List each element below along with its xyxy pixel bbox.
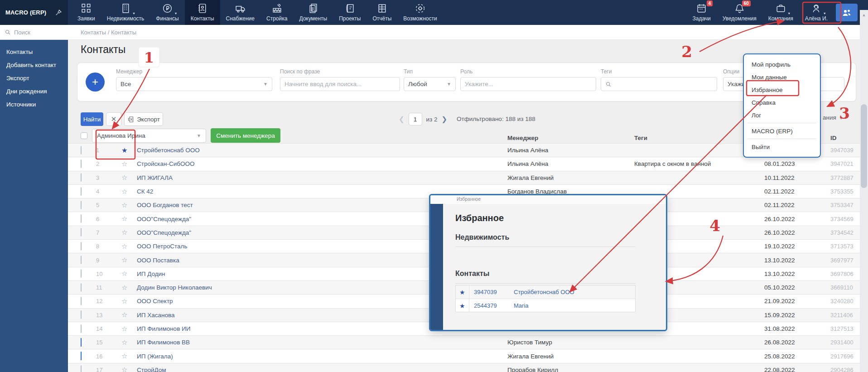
row-checkbox[interactable] [81,283,82,292]
select-all-checkbox[interactable] [81,132,87,139]
row-checkbox[interactable] [81,297,82,305]
find-button[interactable]: Найти [81,112,103,126]
favorite-contact-id-link[interactable]: 3947039 [469,289,509,295]
favorite-contact-id-link[interactable]: 2544379 [469,302,509,309]
row-checkbox[interactable] [81,173,82,182]
role-input[interactable]: Укажите... [460,77,596,91]
contact-name-link[interactable]: ИП (Жигала) [137,353,507,360]
favorite-star[interactable]: ☆ [115,297,127,305]
row-checkbox[interactable] [81,352,82,360]
sidebar-search-input[interactable]: Поиск [0,25,68,40]
column-header-manager[interactable]: Менеджер [507,135,538,141]
favorite-star[interactable]: ☆ [115,188,127,195]
contact-name-link[interactable]: Стройскан-СибООО [137,160,507,167]
nav-item-reports[interactable]: Отчёты [366,0,397,25]
column-header-tags[interactable]: Теги [634,135,647,141]
row-checkbox[interactable] [81,324,82,333]
row-checkbox[interactable] [81,201,82,209]
menu-item-log[interactable]: Лог [744,109,820,121]
clear-filters-button[interactable]: ✕ [106,112,121,126]
nav-item-contacts[interactable]: Контакты [185,0,220,25]
favorite-star[interactable]: ☆ [115,284,127,291]
menu-item-my-profile[interactable]: Мой профиль [744,58,820,71]
favorite-contact-name-link[interactable]: Стройбетонснаб ООО [509,289,635,295]
favorite-star[interactable]: ☆ [115,256,127,264]
table-row: 17 ☆ СтройДом Прорабов Кирилл 22.08.2022… [68,363,860,372]
online-users-button[interactable] [836,4,858,21]
menu-item-logout[interactable]: Выйти [744,140,820,153]
manager-select[interactable]: Все▼ [116,77,272,91]
menu-item-favorites[interactable]: Избранное [744,83,820,96]
change-manager-button[interactable]: Сменить менеджера [211,128,280,143]
phrase-search-input[interactable]: Начните ввод для поиска... [280,77,400,91]
nav-item-notifications[interactable]: 60 Уведомления [717,0,762,25]
row-checkbox[interactable] [81,310,82,319]
row-checkbox[interactable] [81,214,82,223]
scrollbar-thumb[interactable] [861,104,867,188]
export-button[interactable]: Экспорт [124,112,163,126]
menu-item-my-data[interactable]: Мои данные [744,71,820,83]
row-checkbox[interactable] [81,256,82,264]
favorite-star[interactable]: ☆ [115,242,127,250]
sidebar-item-export[interactable]: Экспорт [0,72,68,85]
favorite-star[interactable]: ☆ [115,366,127,372]
contact-name-link[interactable]: Стройбетонснаб ООО [137,147,507,154]
favorite-star[interactable]: ☆ [115,311,127,319]
contact-name-link[interactable]: СтройДом [137,367,507,372]
favorite-star[interactable]: ☆ [115,174,127,181]
nav-item-construction[interactable]: Стройка [260,0,293,25]
pin-icon[interactable] [54,9,63,17]
favorite-star[interactable]: ☆ [115,215,127,222]
scroll-up-icon[interactable]: ▲ [860,13,868,17]
row-checkbox[interactable] [81,146,82,155]
favorites-section-realty: Недвижимость [455,233,509,242]
menu-item-help[interactable]: Справка [744,96,820,109]
nav-item-projects[interactable]: Проекты [333,0,366,25]
add-contact-button[interactable]: + [86,72,105,92]
nav-item-features[interactable]: Возможности [397,0,443,25]
type-select[interactable]: Любой▼ [404,77,456,91]
contact-name-link[interactable]: ИП ЖИГАЛА [137,174,507,181]
favorite-star[interactable]: ☆ [115,325,127,333]
row-checkbox[interactable] [81,159,82,168]
contact-name-link[interactable]: ИП Филимонов ВВ [137,339,507,346]
app-logo[interactable]: MACRO (ERP) [0,0,68,25]
row-checkbox[interactable] [81,269,82,278]
nav-item-supply[interactable]: Снабжение [220,0,260,25]
nav-item-documents[interactable]: Документы [293,0,333,25]
favorite-star[interactable]: ☆ [115,160,127,168]
row-checkbox[interactable] [81,365,82,372]
menu-item-macro-erp[interactable]: MACRO (ERP) [744,125,820,137]
page-prev-icon[interactable]: ❮ [399,115,405,123]
page-next-icon[interactable]: ❯ [442,115,448,123]
row-checkbox[interactable] [81,338,82,347]
favorite-contact-name-link[interactable]: Maria [509,302,635,309]
sidebar-item-add-contact[interactable]: Добавить контакт [0,58,68,72]
sidebar-item-contacts[interactable]: Контакты [0,45,68,58]
nav-item-company[interactable]: ▾ Компания [762,0,799,25]
nav-item-finance[interactable]: ▾ Финансы [150,0,184,25]
sidebar-item-sources[interactable]: Источники [0,98,68,111]
tags-search-input[interactable] [601,77,717,91]
favorite-star[interactable]: ☆ [115,270,127,277]
favorite-star[interactable]: ☆ [115,228,127,236]
nav-item-tasks[interactable]: 4 Задачи [686,0,716,25]
nav-item-user-profile[interactable]: ▾ Алёна И. [799,0,834,25]
vertical-scrollbar[interactable]: ▲ [860,10,868,372]
favorite-star[interactable]: ★ [115,146,127,154]
page-number-input[interactable]: 1 [409,113,422,126]
row-checkbox[interactable] [81,242,82,251]
favorite-star[interactable]: ★ [456,299,469,312]
row-checkbox[interactable] [81,187,82,196]
bulk-manager-select[interactable]: Админова Ирина▼ [92,129,206,143]
column-header-id[interactable]: ID [830,135,837,141]
nav-item-requests[interactable]: Заявки [72,0,101,25]
sort-select-fragment[interactable]: ания▼ [823,114,844,121]
nav-item-realty[interactable]: ▾ Недвижимость [101,0,150,25]
favorite-star[interactable]: ☆ [115,352,127,360]
row-checkbox[interactable] [81,228,82,237]
sidebar-item-birthdays[interactable]: Дни рождения [0,85,68,98]
favorite-star[interactable]: ☆ [115,338,127,346]
favorite-star[interactable]: ★ [456,285,469,299]
favorite-star[interactable]: ☆ [115,201,127,209]
